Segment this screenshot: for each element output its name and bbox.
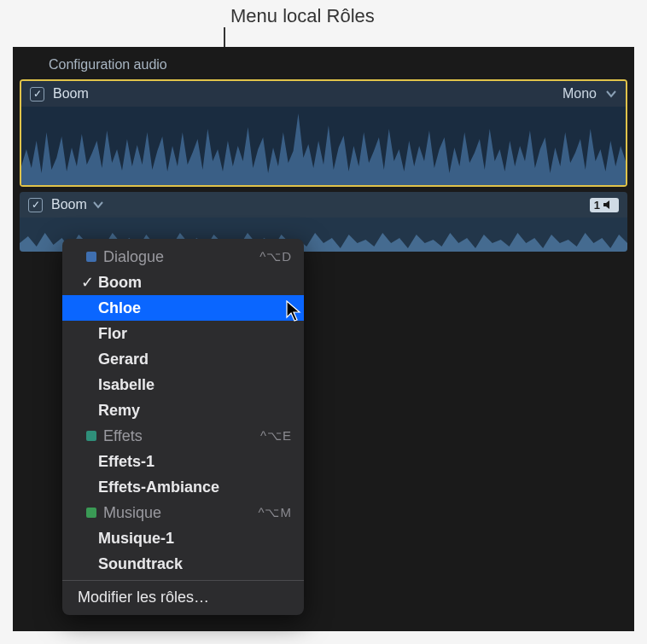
role-item-musique-1[interactable]: Musique-1 [62, 525, 304, 551]
enable-checkbox[interactable] [30, 87, 44, 102]
category-label: Effets [103, 427, 143, 445]
role-item-flor[interactable]: Flor [62, 321, 304, 346]
waveform-display [21, 107, 626, 185]
role-item-label: Effets-Ambiance [98, 479, 219, 496]
role-item-effets-1[interactable]: Effets-1 [62, 449, 304, 474]
role-item-remy[interactable]: Remy [62, 397, 304, 423]
solo-badge-number: 1 [594, 199, 600, 212]
chevron-down-icon[interactable] [605, 90, 617, 98]
role-item-label: Boom [98, 274, 142, 292]
color-swatch [86, 508, 96, 518]
role-item-label: Effets-1 [98, 453, 154, 471]
role-item-label: Gerard [98, 351, 149, 368]
channel-config-label[interactable]: Mono [562, 86, 597, 102]
role-item-soundtrack[interactable]: Soundtrack [62, 551, 304, 577]
role-category-dialogue[interactable]: Dialogue ^⌥D [62, 244, 304, 270]
category-label: Musique [103, 504, 161, 522]
role-item-label: Chloe [98, 299, 141, 317]
role-item-label: Flor [98, 325, 127, 343]
component-header: Boom Mono [21, 81, 626, 107]
enable-checkbox[interactable] [28, 198, 43, 212]
color-swatch [86, 431, 96, 441]
roles-popup-menu[interactable]: Dialogue ^⌥D ✓ Boom Chloe Flor Gerard Is… [62, 239, 304, 615]
role-category-music[interactable]: Musique ^⌥M [62, 500, 304, 525]
speaker-icon [603, 200, 615, 210]
solo-badge[interactable]: 1 [590, 198, 619, 212]
keyboard-shortcut: ^⌥E [260, 428, 292, 444]
role-category-effects[interactable]: Effets ^⌥E [62, 423, 304, 449]
component-name-label: Boom [53, 86, 89, 102]
audio-component-row[interactable]: Boom Mono [20, 79, 627, 187]
keyboard-shortcut: ^⌥M [258, 505, 292, 520]
role-item-label: Isabelle [98, 376, 154, 394]
role-item-label: Remy [98, 402, 140, 420]
role-item-gerard[interactable]: Gerard [62, 346, 304, 372]
color-swatch [86, 252, 96, 262]
role-item-label: Soundtrack [98, 555, 183, 573]
component-name-label: Boom [51, 197, 87, 212]
callout-label: Menu local Rôles [230, 5, 375, 27]
keyboard-shortcut: ^⌥D [259, 249, 292, 264]
chevron-down-icon[interactable] [92, 200, 104, 209]
role-item-label: Musique-1 [98, 530, 174, 548]
checkmark-icon: ✓ [79, 273, 95, 292]
role-item-effets-ambiance[interactable]: Effets-Ambiance [62, 474, 304, 500]
component-header: Boom 1 [20, 192, 627, 218]
separator [62, 580, 304, 581]
role-item-isabelle[interactable]: Isabelle [62, 372, 304, 397]
role-item-chloe[interactable]: Chloe [62, 295, 304, 321]
section-title: Configuration audio [49, 57, 634, 73]
edit-roles-item[interactable]: Modifier les rôles… [62, 584, 304, 610]
role-item-boom[interactable]: ✓ Boom [62, 270, 304, 295]
category-label: Dialogue [103, 248, 164, 266]
edit-roles-label: Modifier les rôles… [78, 589, 209, 606]
